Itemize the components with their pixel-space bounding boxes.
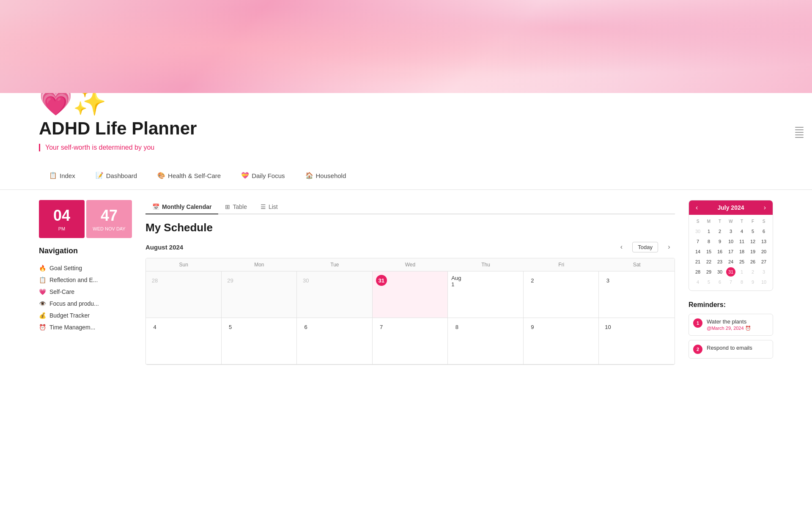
mini-date[interactable]: 24 [725,257,736,267]
cal-cell[interactable]: 7 [373,318,448,364]
cal-cell[interactable]: 8 [448,318,524,364]
mini-date[interactable]: 10 [725,236,736,247]
navigation-section: Navigation 🔥 Goal Setting 📋 Reflection a… [39,247,132,333]
mini-date[interactable]: 2 [714,226,725,236]
tab-table[interactable]: ⊞ Table [218,200,253,214]
cal-cell[interactable]: Aug 1 [448,271,524,318]
mini-date[interactable]: 5 [703,277,714,287]
mini-date[interactable]: 22 [703,257,714,267]
tab-monthly-calendar[interactable]: 📅 Monthly Calendar [145,200,218,214]
cal-cell-today[interactable]: 31 [373,271,448,318]
nav-reflection[interactable]: 📋 Reflection and E... [39,274,132,286]
mini-date[interactable]: 16 [714,247,725,257]
mini-date[interactable]: 2 [747,267,758,277]
cal-cell[interactable]: 28 [146,271,222,318]
ampm-label: PM [42,226,81,231]
mini-day-names: S M T W T F S [692,218,769,225]
reminder-item-2: 2 Respond to emails [689,340,773,359]
cal-cell[interactable]: 2 [524,271,599,318]
next-month-button[interactable]: › [663,241,675,253]
minute-block: 47 WED NOV DAY [86,200,132,238]
table-tab-icon: ⊞ [225,203,230,210]
mini-date[interactable]: 13 [758,236,769,247]
mini-date[interactable]: 7 [725,277,736,287]
current-month: August 2024 [145,244,183,251]
prev-month-button[interactable]: ‹ [615,241,627,253]
list-tab-icon: ☰ [261,203,266,210]
mini-date[interactable]: 9 [714,236,725,247]
tab-list[interactable]: ☰ List [254,200,285,214]
mini-date[interactable]: 12 [747,236,758,247]
cal-cell[interactable]: 4 [146,318,222,364]
mini-date[interactable]: 26 [747,257,758,267]
cal-cell[interactable]: 29 [222,271,297,318]
mini-prev-button[interactable]: ‹ [694,204,700,211]
mini-date[interactable]: 18 [736,247,747,257]
mini-date[interactable]: 29 [703,267,714,277]
reminder-text-1: Water the plants [707,318,751,325]
day-tue: Tue [297,258,373,271]
mini-date[interactable]: 11 [736,236,747,247]
cal-cell[interactable]: 30 [297,271,373,318]
mini-date-today[interactable]: 31 [726,267,735,277]
nav-focus[interactable]: 👁️ Focus and produ... [39,298,132,310]
mini-next-button[interactable]: › [762,204,768,211]
budget-icon: 💰 [39,312,46,319]
hour-block: 04 PM [39,200,85,238]
mini-date[interactable]: 27 [758,257,769,267]
nav-goal-setting[interactable]: 🔥 Goal Setting [39,262,132,274]
cal-cell[interactable]: 6 [297,318,373,364]
nav-health[interactable]: 🎨 Health & Self-Care [147,168,231,183]
cal-cell[interactable]: 3 [599,271,675,318]
mini-date[interactable]: 15 [703,247,714,257]
calendar-navigation: ‹ Today › [615,241,675,253]
mini-date[interactable]: 10 [758,277,769,287]
nav-index[interactable]: 📋 Index [39,168,85,183]
mini-date[interactable]: 5 [747,226,758,236]
today-button[interactable]: Today [632,242,658,252]
mini-date[interactable]: 19 [747,247,758,257]
reminders-section: Reminders: 1 Water the plants @March 29,… [689,301,773,359]
mini-date[interactable]: 8 [736,277,747,287]
mini-date[interactable]: 28 [692,267,703,277]
time-icon: ⏰ [39,324,46,331]
cal-cell[interactable]: 9 [524,318,599,364]
mini-date[interactable]: 3 [725,226,736,236]
mini-date[interactable]: 21 [692,257,703,267]
mini-date[interactable]: 14 [692,247,703,257]
mini-date[interactable]: 6 [714,277,725,287]
mini-date[interactable]: 1 [703,226,714,236]
mini-date[interactable]: 4 [736,226,747,236]
nav-budget[interactable]: 💰 Budget Tracker [39,310,132,321]
mini-date[interactable]: 25 [736,257,747,267]
day-thu: Thu [448,258,524,271]
dashboard-icon: 📝 [96,172,104,179]
mini-date[interactable]: 17 [725,247,736,257]
mini-date[interactable]: 7 [692,236,703,247]
minute-display: 47 [90,207,129,225]
hour-display: 04 [42,207,81,225]
mini-date[interactable]: 30 [692,226,703,236]
nav-dashboard[interactable]: 📝 Dashboard [85,168,147,183]
mini-date[interactable]: 4 [692,277,703,287]
nav-time-management[interactable]: ⏰ Time Managem... [39,321,132,333]
nav-household[interactable]: 🏠 Household [295,168,357,183]
cal-cell[interactable]: 10 [599,318,675,364]
mini-date[interactable]: 30 [714,267,725,277]
reminders-title: Reminders: [689,301,773,309]
focus-icon: 👁️ [39,300,46,307]
day-fri: Fri [524,258,599,271]
daily-focus-icon: 💝 [241,172,249,179]
nav-self-care[interactable]: 💗 Self-Care [39,286,132,298]
mini-date[interactable]: 9 [747,277,758,287]
mini-date[interactable]: 6 [758,226,769,236]
nav-daily-focus[interactable]: 💝 Daily Focus [231,168,295,183]
mini-date[interactable]: 1 [736,267,747,277]
calendar-days-header: Sun Mon Tue Wed Thu Fri Sat [146,258,675,271]
mini-date[interactable]: 20 [758,247,769,257]
cal-cell[interactable]: 5 [222,318,297,364]
mini-date[interactable]: 23 [714,257,725,267]
mini-date[interactable]: 3 [758,267,769,277]
mini-date[interactable]: 8 [703,236,714,247]
mini-calendar: ‹ July 2024 › S M T W T F S 30 1 [689,200,773,291]
